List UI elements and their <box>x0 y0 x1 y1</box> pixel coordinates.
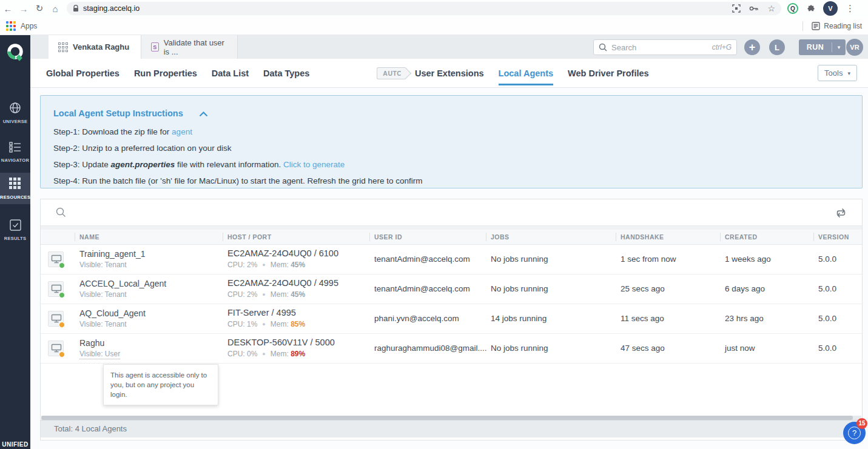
col-created[interactable]: CREATED <box>725 233 757 241</box>
agent-user-id: tenantAdmin@accelq.com <box>374 254 470 264</box>
col-version[interactable]: VERSION <box>818 233 849 241</box>
tools-button[interactable]: Tools ▾ <box>818 65 857 81</box>
agent-visibility[interactable]: Visible: User <box>79 350 120 359</box>
tooltip-line-2: you, but on any project you login. <box>110 380 211 399</box>
user-avatar[interactable]: VR <box>846 39 863 56</box>
agent-handshake: 11 secs ago <box>621 314 664 323</box>
tab-web-driver-profiles[interactable]: Web Driver Profiles <box>568 59 649 88</box>
step-3-text: Step-3: Update <box>53 160 111 169</box>
tab-user-extensions[interactable]: User Extensions <box>415 59 484 88</box>
step-2: Step-2: Unzip to a preferred location on… <box>53 144 862 153</box>
bookmark-star-icon[interactable]: ☆ <box>767 4 775 13</box>
col-handshake[interactable]: HANDSHAKE <box>621 233 664 241</box>
reading-list-icon <box>812 22 820 30</box>
home-icon[interactable]: ⌂ <box>47 4 63 14</box>
agent-name[interactable]: ACCELQ_Local_Agent <box>79 279 166 288</box>
browser-menu-icon[interactable]: ⋮ <box>846 3 855 14</box>
grid-header-row: NAME HOST / PORT USER ID JOBS HANDSHAKE … <box>41 230 862 245</box>
horizontal-scrollbar[interactable] <box>41 416 861 420</box>
grid-search-input[interactable] <box>56 207 66 220</box>
agent-name[interactable]: Raghu <box>79 338 104 348</box>
reading-list-label[interactable]: Reading list <box>824 22 862 30</box>
agent-cpu-mem: CPU: 0%●Mem: 89% <box>227 350 305 358</box>
agent-version: 5.0.0 <box>818 284 836 293</box>
app-tab-project[interactable]: Venkata Raghu <box>49 35 141 59</box>
col-host-port[interactable]: HOST / PORT <box>227 233 272 241</box>
tab-data-types[interactable]: Data Types <box>263 59 309 88</box>
agent-host-port: EC2AMAZ-24O4UQ0 / 6100 <box>227 248 338 258</box>
grid-search-row <box>41 199 862 226</box>
agent-status-dot <box>59 322 65 328</box>
agent-created: 1 weeks ago <box>725 254 771 264</box>
tab-data-list[interactable]: Data List <box>212 59 249 88</box>
global-search-input[interactable]: Search ctrl+G <box>593 39 737 55</box>
agent-monitor-icon[interactable] <box>48 251 64 267</box>
sidebar-label-universe: UNIVERSE <box>0 119 30 124</box>
extensions-puzzle-icon[interactable] <box>806 4 815 13</box>
password-key-icon[interactable] <box>749 5 759 12</box>
sidebar-label-results: RESULTS <box>0 236 30 241</box>
click-to-generate-link[interactable]: Click to generate <box>283 160 345 169</box>
step-1-text: Step-1: Download the zip file for <box>53 127 172 136</box>
browser-extensions-area: Q V ⋮ <box>787 1 860 16</box>
col-user-id[interactable]: USER ID <box>374 233 402 241</box>
agent-name[interactable]: AQ_Cloud_Agent <box>79 308 146 318</box>
run-button[interactable]: RUN ▾ <box>799 39 846 55</box>
app-tab-project-label: Venkata Raghu <box>73 42 129 52</box>
tab-global-properties[interactable]: Global Properties <box>46 59 119 88</box>
col-jobs[interactable]: JOBS <box>491 233 510 241</box>
history-button[interactable]: L <box>769 39 785 55</box>
scan-qr-icon[interactable] <box>732 4 741 13</box>
browser-profile-avatar[interactable]: V <box>823 1 838 16</box>
agent-host-port: EC2AMAZ-24O4UQ0 / 4995 <box>227 278 338 288</box>
agent-handshake: 25 secs ago <box>621 284 665 293</box>
scrollbar-thumb[interactable] <box>41 416 853 420</box>
sidebar-item-resources[interactable]: RESOURCES <box>0 173 30 204</box>
agent-cpu-mem: CPU: 1%●Mem: 85% <box>227 320 305 328</box>
sidebar-item-universe[interactable]: UNIVERSE <box>0 97 30 128</box>
agent-handshake: 1 sec from now <box>621 254 676 264</box>
step-3: Step-3: Update agent.properties file wit… <box>53 160 862 170</box>
agent-visibility: Visible: Tenant <box>79 261 127 269</box>
refresh-grid-icon[interactable] <box>835 208 847 221</box>
sidebar-item-results[interactable]: RESULTS <box>0 215 30 245</box>
agent-jobs: No jobs running <box>491 254 548 264</box>
accelq-extension-icon[interactable]: Q <box>787 3 798 14</box>
agent-cpu-mem: CPU: 2%●Mem: 45% <box>227 261 305 269</box>
agent-jobs: No jobs running <box>491 344 548 353</box>
run-caret-icon[interactable]: ▾ <box>832 44 846 50</box>
agent-created: just now <box>725 344 755 353</box>
agent-created: 6 days ago <box>725 284 765 293</box>
globe-icon <box>9 102 21 114</box>
apps-grid-icon[interactable] <box>6 21 16 31</box>
visibility-tooltip: This agent is accessible only to you, bu… <box>103 364 218 405</box>
reload-icon[interactable]: ↻ <box>32 3 47 14</box>
search-shortcut: ctrl+G <box>712 43 732 52</box>
tools-label: Tools <box>824 68 843 78</box>
auto-badge: AUTO <box>377 67 405 79</box>
agent-monitor-icon[interactable] <box>48 281 64 297</box>
grid-footer: Total: 4 Local Agents <box>41 420 862 437</box>
agent-name[interactable]: Training_agent_1 <box>79 249 145 259</box>
agent-monitor-icon[interactable] <box>48 341 64 356</box>
agent-status-dot <box>59 262 65 268</box>
back-icon[interactable]: ← <box>0 4 16 14</box>
sidebar-item-navigator[interactable]: NAVIGATOR <box>0 137 30 167</box>
forward-icon[interactable]: → <box>16 4 32 14</box>
agent-download-link[interactable]: agent <box>172 127 192 136</box>
tab-run-properties[interactable]: Run Properties <box>134 59 197 88</box>
address-bar[interactable]: staging.accelq.io ☆ <box>67 2 781 15</box>
app-tab-scenario[interactable]: S Validate that user is ... <box>141 35 238 59</box>
setup-instructions-panel: Local Agent Setup Instructions Step-1: D… <box>40 95 863 188</box>
sidebar-label-navigator: NAVIGATOR <box>0 158 30 163</box>
agent-visibility: Visible: Tenant <box>79 320 127 328</box>
add-button[interactable]: + <box>744 39 760 55</box>
agent-monitor-icon[interactable] <box>48 311 64 327</box>
apps-label[interactable]: Apps <box>21 22 37 30</box>
agent-visibility: Visible: Tenant <box>79 290 127 299</box>
collapse-chevron-icon[interactable] <box>199 108 208 119</box>
app-tab-scenario-label: Validate that user is ... <box>164 38 227 56</box>
col-name[interactable]: NAME <box>79 233 99 241</box>
accelq-logo[interactable] <box>0 35 30 70</box>
tab-local-agents[interactable]: Local Agents <box>499 59 554 88</box>
